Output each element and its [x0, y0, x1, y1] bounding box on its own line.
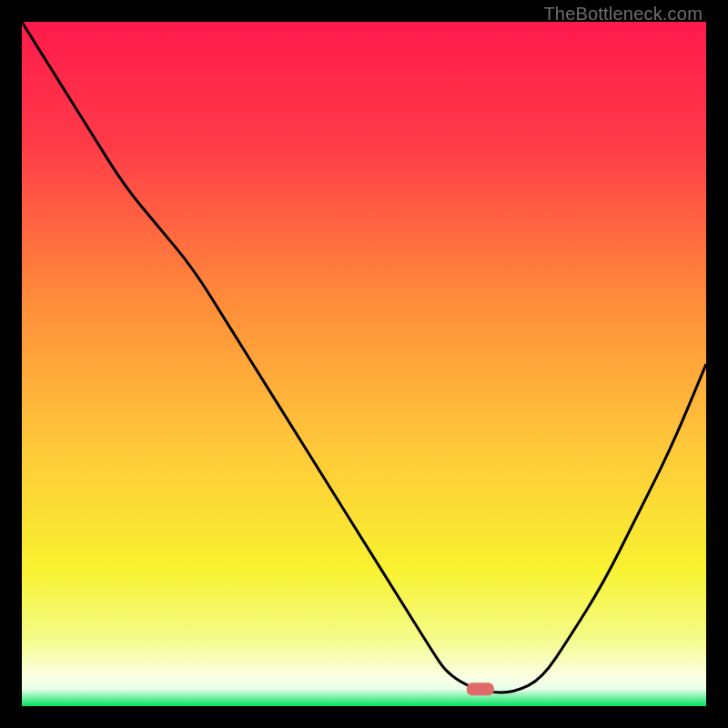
bottleneck-chart: [22, 22, 706, 706]
chart-frame: [22, 22, 706, 706]
gradient-background: [22, 22, 706, 706]
watermark-text: TheBottleneck.com: [543, 4, 703, 25]
optimum-marker: [467, 682, 494, 695]
